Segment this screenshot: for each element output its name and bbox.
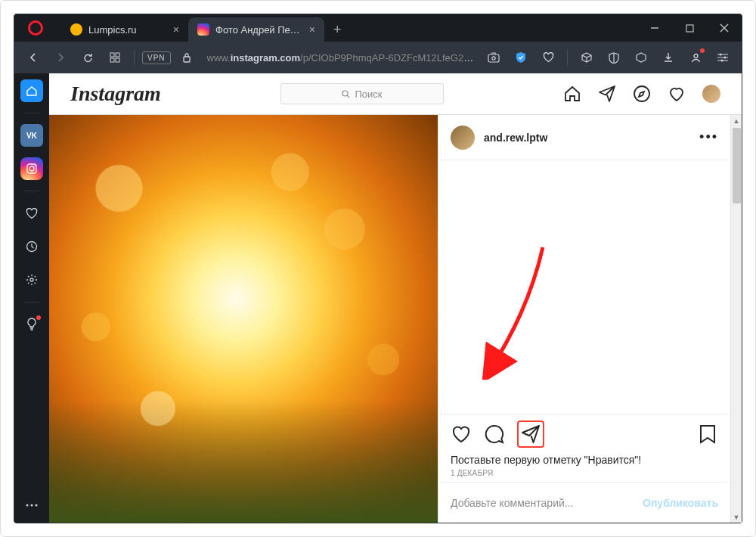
svg-rect-5	[116, 53, 119, 57]
tab-instagram[interactable]: Фото Андрей Петров в Ins ×	[188, 17, 324, 42]
svg-point-19	[29, 166, 34, 171]
reload-button[interactable]	[76, 46, 99, 69]
extension-box-icon[interactable]	[630, 46, 652, 69]
easy-setup-button[interactable]	[711, 46, 734, 69]
browser-sidebar: VK	[14, 73, 49, 523]
post-date: 1 ДЕКАБРЯ	[451, 469, 718, 477]
favicon-icon	[197, 23, 209, 36]
window-controls	[637, 14, 742, 42]
tab-label: Lumpics.ru	[88, 24, 167, 36]
vpn-badge[interactable]: VPN	[142, 51, 171, 64]
lock-icon[interactable]	[175, 46, 198, 69]
svg-point-26	[342, 91, 348, 96]
svg-rect-1	[686, 25, 693, 32]
svg-point-25	[36, 504, 38, 507]
publish-button[interactable]: Опубликовать	[643, 497, 718, 509]
maximize-button[interactable]	[672, 14, 707, 42]
author-avatar[interactable]	[451, 126, 475, 150]
svg-rect-7	[116, 58, 119, 62]
svg-rect-9	[488, 54, 499, 62]
comment-input[interactable]	[451, 497, 637, 509]
post-sidebar: and.rew.lptw •••	[438, 115, 730, 523]
scroll-down-icon[interactable]: ▼	[731, 511, 742, 523]
comment-button[interactable]	[484, 424, 505, 445]
sidebar-vk-icon[interactable]: VK	[20, 124, 43, 147]
svg-line-27	[348, 95, 350, 98]
svg-point-22	[30, 278, 33, 281]
tab-lumpics[interactable]: Lumpics.ru ×	[61, 17, 188, 42]
divider	[24, 302, 39, 303]
account-button[interactable]	[684, 46, 707, 69]
activity-icon[interactable]	[668, 85, 686, 103]
save-button[interactable]	[697, 424, 718, 445]
svg-point-15	[720, 54, 722, 56]
new-tab-button[interactable]: +	[324, 17, 351, 42]
search-input[interactable]: Поиск	[280, 83, 444, 104]
camera-icon[interactable]	[482, 46, 505, 69]
sidebar-tips-icon[interactable]	[20, 313, 43, 336]
divider	[24, 191, 39, 191]
forward-button[interactable]	[49, 46, 72, 69]
favicon-icon	[70, 23, 82, 36]
heart-icon[interactable]	[537, 46, 559, 69]
svg-rect-4	[110, 53, 114, 57]
shield-check-icon[interactable]	[510, 46, 532, 69]
post: and.rew.lptw •••	[49, 115, 730, 523]
sidebar-history-icon[interactable]	[20, 235, 43, 258]
address-bar[interactable]: www.instagram.com/p/CIObP9PhmqAP-6DZFcM1…	[207, 52, 478, 64]
svg-rect-8	[184, 57, 190, 62]
like-button[interactable]	[451, 424, 472, 445]
instagram-header: Instagram Поиск	[49, 73, 742, 115]
minimize-button[interactable]	[637, 14, 672, 42]
svg-point-16	[724, 57, 727, 59]
extension-cube-icon[interactable]	[575, 46, 598, 69]
scrollbar[interactable]: ▲ ▼	[730, 115, 742, 523]
sidebar-more-icon[interactable]	[20, 494, 43, 517]
extension-shield-icon[interactable]	[603, 46, 625, 69]
opera-icon	[28, 20, 43, 36]
post-image[interactable]	[49, 115, 438, 523]
annotation-arrow	[460, 244, 558, 380]
svg-point-20	[34, 166, 36, 167]
search-icon	[342, 90, 350, 98]
sidebar-home-icon[interactable]	[20, 79, 43, 102]
speed-dial-button[interactable]	[104, 46, 126, 69]
close-button[interactable]	[707, 14, 742, 42]
divider	[24, 113, 39, 113]
close-icon[interactable]: ×	[173, 23, 179, 36]
sidebar-heart-icon[interactable]	[20, 202, 43, 225]
svg-point-23	[26, 504, 29, 507]
toolbar: VPN www.instagram.com/p/CIObP9PhmqAP-6DZ…	[14, 42, 742, 73]
tab-strip: Lumpics.ru × Фото Андрей Петров в Ins × …	[61, 17, 351, 42]
post-actions: Поставьте первую отметку "Нравится"! 1 Д…	[438, 414, 730, 482]
profile-avatar[interactable]	[702, 85, 720, 103]
download-button[interactable]	[657, 46, 680, 69]
search-placeholder: Поиск	[355, 88, 382, 100]
share-button[interactable]	[517, 421, 544, 448]
svg-point-28	[634, 86, 649, 101]
svg-point-11	[694, 54, 698, 57]
svg-rect-6	[110, 58, 114, 62]
direct-icon[interactable]	[598, 85, 616, 103]
nav-icons	[563, 85, 720, 103]
close-icon[interactable]: ×	[309, 23, 315, 36]
comments-area	[438, 160, 730, 414]
page-content: Instagram Поиск	[49, 73, 742, 523]
scroll-thumb[interactable]	[733, 128, 741, 203]
instagram-logo[interactable]: Instagram	[70, 82, 161, 106]
home-icon[interactable]	[563, 85, 581, 103]
explore-icon[interactable]	[633, 85, 651, 103]
back-button[interactable]	[22, 46, 45, 69]
separator	[567, 50, 568, 65]
likes-text[interactable]: Поставьте первую отметку "Нравится"!	[451, 454, 718, 466]
svg-point-24	[31, 504, 33, 507]
scroll-up-icon[interactable]: ▲	[731, 115, 742, 126]
svg-point-17	[721, 60, 723, 62]
svg-rect-18	[27, 164, 36, 173]
sidebar-settings-icon[interactable]	[20, 268, 43, 291]
post-header: and.rew.lptw •••	[438, 115, 730, 160]
author-username[interactable]: and.rew.lptw	[484, 132, 547, 144]
sidebar-instagram-icon[interactable]	[20, 157, 43, 180]
tab-label: Фото Андрей Петров в Ins	[215, 24, 303, 36]
post-options-button[interactable]: •••	[699, 129, 718, 145]
